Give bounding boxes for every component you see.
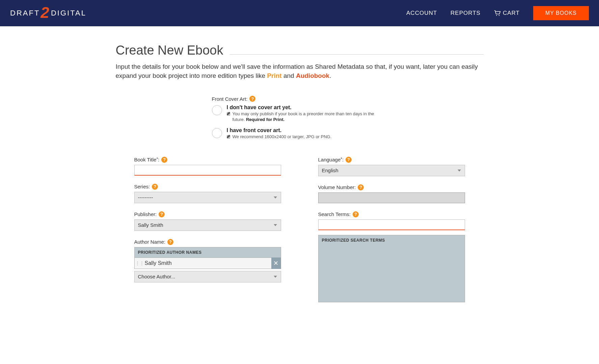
opt2-note-text: We recommend 1600x2400 or larger, JPG or… [233, 134, 332, 140]
help-icon[interactable]: ? [167, 239, 173, 245]
field-series: Series: ? --------- [134, 184, 281, 203]
form-columns: Book Title*: ? Series: ? --------- [134, 157, 465, 310]
cover-option-have-art: I have front cover art. We recommend 160… [212, 127, 387, 140]
series-label-text: Series: [134, 184, 150, 189]
book-title-input[interactable] [134, 165, 281, 176]
edit-icon [227, 112, 231, 116]
opt1-note-strong: Required for Print. [246, 117, 284, 122]
series-label: Series: ? [134, 184, 281, 190]
help-icon[interactable]: ? [353, 211, 359, 217]
title-rule [230, 54, 483, 55]
nav-cart-label: CART [503, 10, 520, 17]
cart-icon [494, 10, 501, 16]
nav: ACCOUNT REPORTS CART MY BOOKS [406, 6, 589, 20]
edit-icon [227, 134, 231, 139]
radio-no-cover-title: I don't have cover art yet. [227, 104, 387, 111]
field-volume: Volume Number: ? [318, 184, 465, 203]
my-books-button[interactable]: MY BOOKS [533, 6, 589, 20]
required-asterisk: * [156, 157, 158, 161]
volume-input [318, 192, 465, 203]
help-icon[interactable]: ? [152, 184, 158, 190]
radio-no-cover[interactable] [212, 105, 222, 115]
logo-two-icon: 2 [40, 3, 50, 22]
subtitle-period: . [329, 72, 331, 79]
search-terms-priority-box: PRIORITIZED SEARCH TERMS [318, 235, 465, 302]
field-publisher: Publisher: ? Sally Smith [134, 211, 281, 231]
field-author: Author Name: ? PRIORITIZED AUTHOR NAMES … [134, 239, 281, 282]
radio-no-cover-content: I don't have cover art yet. You may only… [227, 104, 387, 123]
logo-text-left: DRAFT [10, 9, 40, 18]
nav-cart[interactable]: CART [494, 10, 520, 17]
page-subtitle: Input the details for your book below an… [116, 62, 484, 80]
search-terms-priority-header: PRIORITIZED SEARCH TERMS [319, 235, 465, 245]
author-priority-item: ⋮⋮ Sally Smith ✕ [134, 257, 281, 269]
search-terms-label: Search Terms: ? [318, 211, 465, 217]
author-label-text: Author Name: [134, 239, 166, 245]
nav-reports[interactable]: REPORTS [451, 10, 481, 17]
radio-have-cover-title: I have front cover art. [227, 127, 387, 133]
subtitle-audio: Audiobook [296, 72, 329, 79]
author-label: Author Name: ? [134, 239, 281, 245]
subtitle-and: and [282, 72, 296, 79]
cover-art-label: Front Cover Art: ? [212, 96, 387, 102]
language-label-text: Language [318, 157, 341, 162]
radio-have-cover[interactable] [212, 128, 222, 138]
volume-label: Volume Number: ? [318, 184, 465, 190]
main-container: Create New Ebook Input the details for y… [109, 26, 490, 327]
radio-no-cover-note: You may only publish if your book is a p… [227, 111, 387, 123]
language-select[interactable]: English [318, 165, 465, 176]
publisher-label-text: Publisher: [134, 211, 157, 217]
book-title-label: Book Title*: ? [134, 157, 281, 163]
drag-handle-icon[interactable]: ⋮⋮ [135, 261, 143, 266]
logo-text-right: DIGITAL [51, 9, 86, 18]
required-asterisk: * [341, 157, 342, 161]
choose-author-wrap: Choose Author... [134, 271, 281, 282]
subtitle-print: Print [267, 72, 281, 79]
page-title: Create New Ebook [116, 43, 223, 58]
help-icon[interactable]: ? [161, 157, 167, 163]
close-icon: ✕ [273, 260, 278, 267]
volume-label-text: Volume Number: [318, 184, 356, 190]
choose-author-select[interactable]: Choose Author... [134, 271, 281, 282]
language-select-wrap: English [318, 165, 465, 176]
page-title-row: Create New Ebook [116, 43, 484, 58]
radio-have-cover-content: I have front cover art. We recommend 160… [227, 127, 387, 140]
series-select-wrap: --------- [134, 192, 281, 203]
book-title-label-text: Book Title [134, 157, 157, 162]
cover-art-section: Front Cover Art: ? I don't have cover ar… [212, 96, 387, 140]
logo[interactable]: DRAFT 2 DIGITAL [10, 4, 86, 22]
field-book-title: Book Title*: ? [134, 157, 281, 176]
radio-no-cover-note-text: You may only publish if your book is a p… [233, 111, 387, 123]
svg-point-0 [496, 15, 497, 16]
help-icon[interactable]: ? [358, 184, 364, 190]
author-priority-name: Sally Smith [143, 260, 271, 266]
right-column: Language*: ? English Volume Number: ? [318, 157, 465, 310]
remove-author-button[interactable]: ✕ [271, 257, 281, 269]
publisher-label: Publisher: ? [134, 211, 281, 217]
radio-have-cover-note: We recommend 1600x2400 or larger, JPG or… [227, 134, 387, 140]
cover-option-no-art: I don't have cover art yet. You may only… [212, 104, 387, 123]
search-terms-input[interactable] [318, 219, 465, 230]
left-column: Book Title*: ? Series: ? --------- [134, 157, 281, 310]
publisher-select[interactable]: Sally Smith [134, 219, 281, 231]
nav-account[interactable]: ACCOUNT [406, 10, 437, 17]
search-terms-label-text: Search Terms: [318, 211, 351, 217]
help-icon[interactable]: ? [159, 211, 165, 217]
language-label: Language*: ? [318, 157, 465, 163]
help-icon[interactable]: ? [249, 96, 255, 102]
publisher-select-wrap: Sally Smith [134, 219, 281, 231]
svg-point-1 [499, 15, 500, 16]
help-icon[interactable]: ? [346, 157, 352, 163]
field-search-terms: Search Terms: ? PRIORITIZED SEARCH TERMS [318, 211, 465, 302]
cover-label-text: Front Cover Art: [212, 96, 248, 102]
header: DRAFT 2 DIGITAL ACCOUNT REPORTS CART MY … [0, 0, 599, 26]
author-priority-header: PRIORITIZED AUTHOR NAMES [134, 247, 281, 257]
field-language: Language*: ? English [318, 157, 465, 176]
series-select[interactable]: --------- [134, 192, 281, 203]
